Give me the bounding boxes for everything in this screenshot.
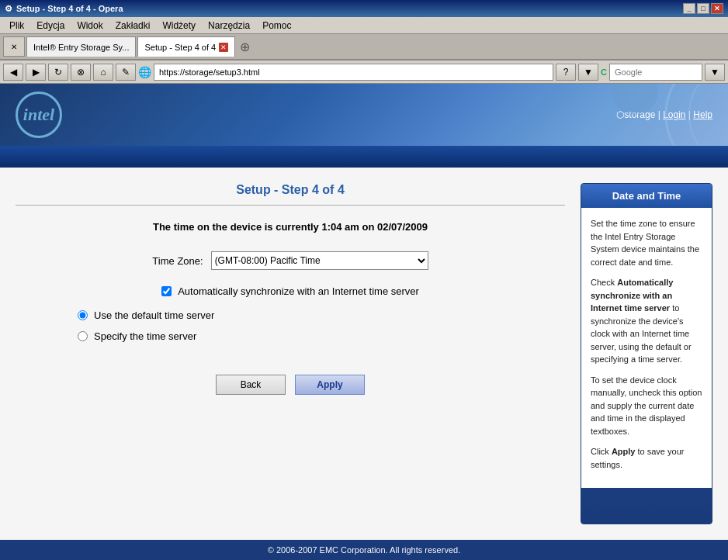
button-row: Back Apply bbox=[216, 375, 365, 395]
timezone-select[interactable]: (GMT-12:00) International Date Line West… bbox=[211, 251, 428, 270]
help-paragraph-3: To set the device clock manually, unchec… bbox=[591, 374, 702, 438]
security-button[interactable]: ? bbox=[556, 64, 576, 81]
title-bar-icon: ⚙ bbox=[5, 4, 12, 14]
add-tab-button[interactable]: ⊕ bbox=[237, 40, 253, 54]
menu-widok[interactable]: Widok bbox=[71, 19, 109, 33]
tab-bar: ✕ Intel® Entry Storage Sy... Setup - Ste… bbox=[0, 34, 728, 60]
left-panel: Setup - Step 4 of 4 The time on the devi… bbox=[16, 183, 565, 524]
current-time-text: The time on the device is currently 1:04… bbox=[153, 221, 428, 233]
header-deco-svg bbox=[573, 84, 728, 146]
help-p2-prefix: Check bbox=[591, 278, 617, 287]
title-bar: ⚙ Setup - Step 4 of 4 - Opera _ □ ✕ bbox=[0, 0, 728, 17]
specify-server-row: Specify the time server bbox=[16, 330, 565, 342]
stop-button[interactable]: ⊗ bbox=[71, 64, 91, 81]
specify-server-radio[interactable] bbox=[78, 331, 88, 341]
page-footer: © 2006-2007 EMC Corporation. All rights … bbox=[0, 540, 728, 560]
help-paragraph-1: Set the time zone to ensure the Intel En… bbox=[591, 217, 702, 268]
menu-bar: Plik Edycja Widok Zakładki Widżety Narzę… bbox=[0, 17, 728, 34]
forward-nav-button[interactable]: ▶ bbox=[26, 64, 46, 81]
use-default-row: Use the default time server bbox=[16, 309, 565, 321]
auto-sync-label: Automatically synchronize with an Intern… bbox=[178, 285, 419, 297]
help-p4-prefix: Click bbox=[591, 447, 612, 456]
svg-point-1 bbox=[689, 84, 728, 146]
tab-intel-storage[interactable]: Intel® Entry Storage Sy... bbox=[26, 36, 136, 57]
timezone-row: Time Zone: (GMT-12:00) International Dat… bbox=[16, 251, 565, 270]
search-input[interactable] bbox=[609, 64, 702, 81]
close-button[interactable]: ✕ bbox=[711, 3, 723, 14]
menu-edycja[interactable]: Edycja bbox=[30, 19, 71, 33]
back-nav-button[interactable]: ◀ bbox=[3, 64, 23, 81]
header-decoration bbox=[573, 84, 728, 146]
tab-setup-label: Setup - Step 4 of 4 bbox=[144, 43, 216, 52]
tab-setup[interactable]: Setup - Step 4 of 4 ✕ bbox=[137, 36, 235, 57]
help-panel: Date and Time Set the time zone to ensur… bbox=[581, 183, 712, 524]
title-divider bbox=[16, 205, 565, 206]
menu-plik[interactable]: Plik bbox=[3, 19, 30, 33]
menu-pomoc[interactable]: Pomoc bbox=[256, 19, 297, 33]
help-panel-header: Date and Time bbox=[581, 184, 712, 208]
nav-blue-bar bbox=[0, 146, 728, 168]
help-paragraph-4: Click Apply to save your settings. bbox=[591, 445, 702, 471]
home-button[interactable]: ⌂ bbox=[93, 64, 113, 81]
edit-button[interactable]: ✎ bbox=[116, 64, 136, 81]
minimize-button[interactable]: _ bbox=[683, 3, 695, 14]
menu-zakladki[interactable]: Zakładki bbox=[109, 19, 157, 33]
browser-icon: C bbox=[601, 67, 607, 77]
footer-text: © 2006-2007 EMC Corporation. All rights … bbox=[268, 545, 460, 555]
help-paragraph-2: Check Automatically synchronize with an … bbox=[591, 276, 702, 366]
use-default-label: Use the default time server bbox=[94, 309, 214, 321]
help-panel-body: Set the time zone to ensure the Intel En… bbox=[581, 208, 712, 488]
svg-point-0 bbox=[666, 84, 728, 146]
reload-button[interactable]: ↻ bbox=[48, 64, 68, 81]
auto-sync-checkbox[interactable] bbox=[161, 286, 172, 296]
title-bar-text: Setup - Step 4 of 4 - Opera bbox=[16, 4, 123, 13]
use-default-radio[interactable] bbox=[78, 310, 88, 320]
close-tab-button[interactable]: ✕ bbox=[3, 36, 25, 57]
tab-intel-storage-label: Intel® Entry Storage Sy... bbox=[33, 43, 129, 52]
setup-title: Setup - Step 4 of 4 bbox=[236, 183, 345, 197]
apply-button[interactable]: Apply bbox=[295, 375, 365, 395]
menu-narzedzia[interactable]: Narzędzia bbox=[202, 19, 256, 33]
specify-server-label: Specify the time server bbox=[94, 330, 196, 342]
address-input[interactable] bbox=[154, 64, 553, 81]
help-p4-bold: Apply bbox=[612, 447, 636, 456]
dropdown-button[interactable]: ▼ bbox=[578, 64, 598, 81]
intel-logo: intel bbox=[16, 92, 62, 138]
svg-point-2 bbox=[612, 84, 658, 115]
main-content: Setup - Step 4 of 4 The time on the devi… bbox=[0, 168, 728, 540]
search-dropdown[interactable]: ▼ bbox=[705, 64, 725, 81]
intel-logo-text: intel bbox=[23, 105, 54, 125]
menu-widzety[interactable]: Widżety bbox=[156, 19, 202, 33]
address-bar: ◀ ▶ ↻ ⊗ ⌂ ✎ 🌐 ? ▼ C ▼ bbox=[0, 60, 728, 84]
title-bar-buttons: _ □ ✕ bbox=[683, 3, 723, 14]
address-icon: 🌐 bbox=[138, 66, 151, 78]
page-wrapper: intel ⬡storage | Login | Help Setup - St… bbox=[0, 84, 728, 560]
intel-logo-circle: intel bbox=[16, 92, 62, 138]
timezone-label: Time Zone: bbox=[152, 255, 203, 267]
auto-sync-row: Automatically synchronize with an Intern… bbox=[16, 285, 565, 297]
tab-setup-close[interactable]: ✕ bbox=[219, 43, 228, 52]
back-button[interactable]: Back bbox=[216, 375, 286, 395]
maximize-button[interactable]: □ bbox=[697, 3, 709, 14]
title-bar-left: ⚙ Setup - Step 4 of 4 - Opera bbox=[5, 4, 123, 14]
intel-header: intel ⬡storage | Login | Help bbox=[0, 84, 728, 146]
